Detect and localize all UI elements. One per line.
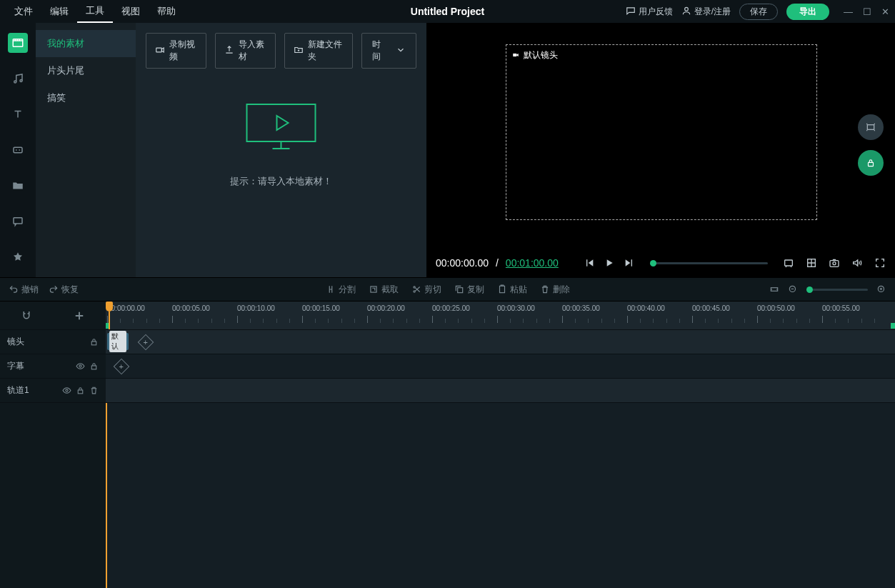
login-button[interactable]: 登录/注册	[681, 6, 731, 18]
edit-toolbar: 撤销 恢复 分割 截取 剪切 复制 粘贴 删除	[0, 277, 895, 302]
playhead[interactable]	[106, 302, 113, 312]
record-label: 录制视频	[169, 39, 197, 63]
play-button[interactable]	[603, 256, 616, 269]
redo-label: 恢复	[61, 284, 79, 296]
login-label: 登录/注册	[694, 6, 731, 18]
media-panel: 录制视频 导入素材 新建文件夹 时间	[136, 23, 426, 277]
lock-icon[interactable]	[89, 337, 99, 347]
sort-label: 时间	[372, 39, 384, 63]
menu-file[interactable]: 文件	[6, 1, 41, 22]
copy-button[interactable]: 复制	[454, 284, 484, 296]
eye-icon[interactable]	[62, 386, 71, 395]
category-panel: 我的素材 片头片尾 搞笑	[36, 23, 136, 277]
svg-rect-27	[78, 390, 83, 394]
copy-label: 复制	[467, 284, 484, 296]
media-tab-icon[interactable]	[8, 33, 28, 53]
category-my-media[interactable]: 我的素材	[36, 30, 136, 57]
minimize-icon[interactable]: —	[844, 6, 853, 17]
prev-frame-button[interactable]	[583, 256, 596, 269]
text-tab-icon[interactable]	[8, 104, 28, 124]
preview-canvas[interactable]: 默认镜头	[506, 44, 817, 220]
fullscreen-icon[interactable]	[874, 256, 886, 269]
fit-screen-button[interactable]	[858, 114, 884, 140]
zoom-slider[interactable]	[806, 289, 868, 291]
menu-edit[interactable]: 编辑	[41, 1, 77, 22]
lock-icon[interactable]	[89, 362, 99, 371]
feedback-button[interactable]: 用户反馈	[626, 6, 673, 18]
zoom-in-icon[interactable]	[876, 284, 886, 294]
clip-label: 默认	[109, 331, 126, 352]
ruler-tick: 00:00:45.00	[692, 304, 730, 312]
redo-button[interactable]: 恢复	[49, 284, 79, 296]
category-funny[interactable]: 搞笑	[36, 84, 136, 111]
fit-width-icon[interactable]	[769, 284, 779, 294]
ruler-tick: 00:00:55.00	[822, 304, 860, 312]
shot-clip[interactable]: 默认	[107, 333, 129, 350]
lock-icon[interactable]	[76, 386, 85, 395]
crop-button[interactable]: 截取	[369, 284, 399, 296]
undo-button[interactable]: 撤销	[9, 284, 39, 296]
svg-point-16	[413, 291, 414, 292]
eye-icon[interactable]	[76, 362, 85, 371]
chevron-down-icon	[396, 45, 406, 57]
magnet-icon[interactable]	[20, 309, 33, 322]
zoom-out-icon[interactable]	[788, 284, 798, 294]
next-frame-button[interactable]	[623, 256, 636, 269]
timeline-empty[interactable]	[106, 403, 895, 588]
save-button[interactable]: 保存	[739, 4, 778, 20]
snapshot-icon[interactable]	[828, 256, 841, 269]
camera-small-icon	[511, 51, 521, 61]
menu-tools[interactable]: 工具	[77, 0, 113, 23]
import-button[interactable]: 导入素材	[215, 33, 276, 69]
new-folder-button[interactable]: 新建文件夹	[284, 33, 353, 69]
category-intro-outro[interactable]: 片头片尾	[36, 57, 136, 84]
trash-icon[interactable]	[89, 386, 99, 395]
svg-point-17	[413, 286, 414, 288]
end-marker[interactable]	[891, 323, 895, 329]
svg-rect-8	[513, 53, 516, 56]
quality-icon[interactable]	[782, 256, 795, 269]
record-button[interactable]: 录制视频	[146, 33, 206, 69]
caption-tab-icon[interactable]	[8, 140, 28, 160]
cut-button[interactable]: 剪切	[411, 284, 441, 296]
monitor-play-icon	[230, 103, 332, 159]
project-title: Untitled Project	[411, 6, 484, 17]
svg-point-24	[79, 365, 81, 367]
svg-rect-10	[869, 162, 874, 166]
export-button[interactable]: 导出	[786, 4, 829, 20]
undo-label: 撤销	[21, 284, 39, 296]
track-1: 轨道1	[0, 379, 895, 403]
add-subtitle-button[interactable]: +	[114, 359, 130, 375]
lock-button[interactable]	[858, 150, 884, 176]
maximize-icon[interactable]: ☐	[863, 6, 871, 17]
menu-view[interactable]: 视图	[113, 1, 149, 22]
delete-button[interactable]: 删除	[540, 284, 570, 296]
preview-progress[interactable]	[650, 262, 768, 264]
add-track-icon[interactable]	[73, 309, 86, 322]
grid-icon[interactable]	[805, 256, 818, 269]
feedback-label: 用户反馈	[639, 6, 673, 18]
ruler-tick: 00:00:20.00	[367, 304, 405, 312]
add-shot-button[interactable]: +	[138, 334, 154, 351]
time-ruler[interactable]: 00:00:00.0000:00:05.0000:00:10.0000:00:1…	[106, 302, 895, 329]
delete-label: 删除	[553, 284, 570, 296]
split-button[interactable]: 分割	[326, 284, 356, 296]
music-tab-icon[interactable]	[8, 69, 28, 89]
folder-tab-icon[interactable]	[8, 176, 28, 196]
duration-time[interactable]: 00:01:00.00	[506, 257, 559, 269]
sort-dropdown[interactable]: 时间	[361, 33, 416, 69]
ruler-tick: 00:00:30.00	[497, 304, 535, 312]
menu-help[interactable]: 帮助	[149, 1, 184, 22]
import-label: 导入素材	[239, 39, 266, 63]
volume-icon[interactable]	[851, 256, 864, 269]
folder-plus-icon	[294, 45, 304, 57]
close-icon[interactable]: ✕	[881, 6, 889, 17]
ruler-tick: 00:00:05.00	[172, 304, 210, 312]
paste-button[interactable]: 粘贴	[497, 284, 527, 296]
star-tab-icon[interactable]	[8, 247, 28, 267]
comment-tab-icon[interactable]	[8, 211, 28, 231]
ruler-tick: 00:00:10.00	[237, 304, 275, 312]
timeline-gutter	[0, 403, 106, 588]
ruler-head	[0, 302, 106, 329]
timeline: 00:00:00.0000:00:05.0000:00:10.0000:00:1…	[0, 302, 895, 588]
